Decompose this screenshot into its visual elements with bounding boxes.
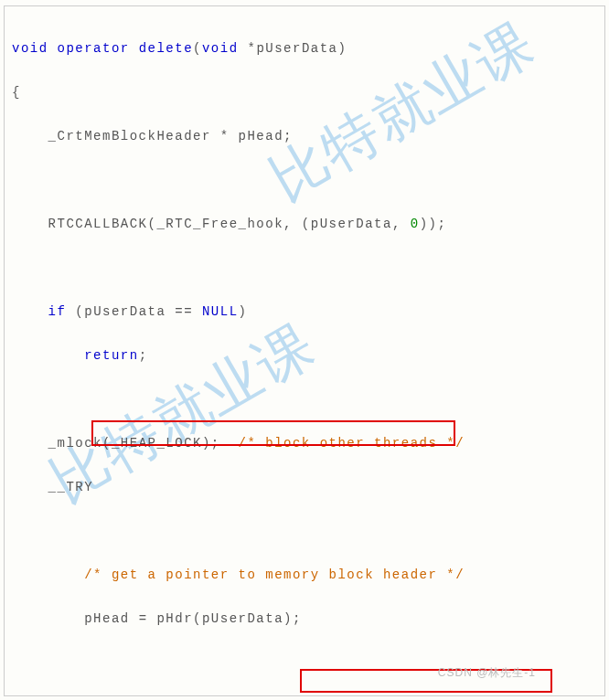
attribution-text: CSDN @林先生-1 <box>438 662 536 684</box>
code-line-6 <box>12 257 597 279</box>
code-line-9 <box>12 388 597 410</box>
code-line-13: /* get a pointer to memory block header … <box>12 564 597 586</box>
code-line-11: __TRY <box>12 476 597 498</box>
code-line-2: { <box>12 81 597 103</box>
code-line-4 <box>12 169 597 191</box>
code-block: void operator delete(void *pUserData) { … <box>4 5 605 696</box>
code-line-10: _mlock(_HEAP_LOCK); /* block other threa… <box>12 432 597 454</box>
code-line-12 <box>12 520 597 542</box>
code-line-5: RTCCALLBACK(_RTC_Free_hook, (pUserData, … <box>12 213 597 235</box>
code-line-16: /* verify block type */ <box>12 695 597 700</box>
code-line-14: pHead = pHdr(pUserData); <box>12 608 597 630</box>
code-line-8: return; <box>12 345 597 366</box>
code-line-3: _CrtMemBlockHeader * pHead; <box>12 125 597 147</box>
code-line-7: if (pUserData == NULL) <box>12 301 597 323</box>
code-line-1: void operator delete(void *pUserData) <box>12 37 597 59</box>
